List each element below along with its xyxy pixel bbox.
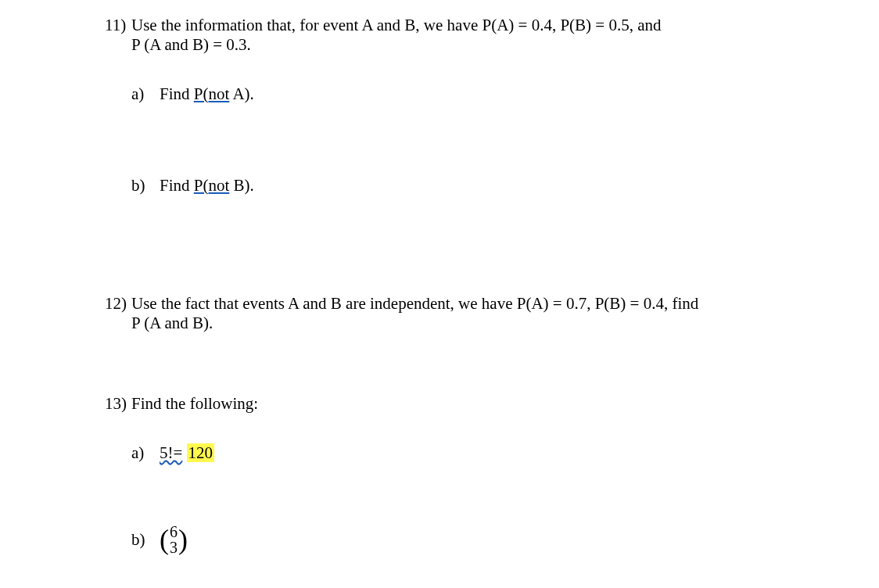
- q13a-answer: 120: [187, 443, 215, 462]
- q11-text-2: P (A and B) = 0.3.: [131, 35, 785, 55]
- question-11: 11) Use the information that, for event …: [105, 16, 785, 195]
- q11a-letter: a): [131, 84, 160, 104]
- q11-prompt-line1: 11) Use the information that, for event …: [105, 16, 785, 35]
- q12-text-2: P (A and B).: [131, 314, 785, 333]
- q13-part-a: a) 5!= 120: [131, 443, 785, 463]
- left-paren-icon: (: [160, 525, 169, 554]
- q11a-text: Find P(not A).: [160, 84, 254, 104]
- q11b-text: Find P(not B).: [160, 176, 254, 195]
- question-13: 13) Find the following: a) 5!= 120 b) ( …: [105, 394, 785, 555]
- binom-top: 6: [170, 524, 178, 540]
- q11-part-b: b) Find P(not B).: [131, 176, 785, 195]
- q13-part-b: b) ( 6 3 ): [131, 524, 785, 555]
- q11-part-a: a) Find P(not A).: [131, 84, 785, 104]
- binom-bot: 3: [170, 540, 178, 555]
- q13a-content: 5!= 120: [160, 443, 214, 463]
- q13-prompt: 13) Find the following:: [105, 394, 785, 414]
- document-content: 11) Use the information that, for event …: [105, 16, 785, 555]
- q11-prompt-line2: P (A and B) = 0.3.: [105, 35, 785, 55]
- q11b-expr: P(not: [194, 176, 230, 195]
- q12-prompt-line1: 12) Use the fact that events A and B are…: [105, 294, 785, 314]
- q11-text-1: Use the information that, for event A an…: [131, 16, 785, 35]
- q12-prompt-line2: P (A and B).: [105, 314, 785, 333]
- q11-number: 11): [105, 16, 131, 35]
- q13b-letter: b): [131, 530, 160, 550]
- q12-number: 12): [105, 294, 131, 314]
- q13b-binomial: ( 6 3 ): [160, 524, 188, 555]
- q13-text: Find the following:: [131, 394, 785, 414]
- q11a-expr: P(not: [194, 84, 230, 103]
- q13a-expr: 5!=: [160, 443, 182, 462]
- question-12: 12) Use the fact that events A and B are…: [105, 294, 785, 333]
- q11b-letter: b): [131, 176, 160, 195]
- q13-number: 13): [105, 394, 131, 414]
- right-paren-icon: ): [178, 525, 188, 554]
- q12-text-1: Use the fact that events A and B are ind…: [131, 294, 785, 314]
- q13a-letter: a): [131, 443, 160, 463]
